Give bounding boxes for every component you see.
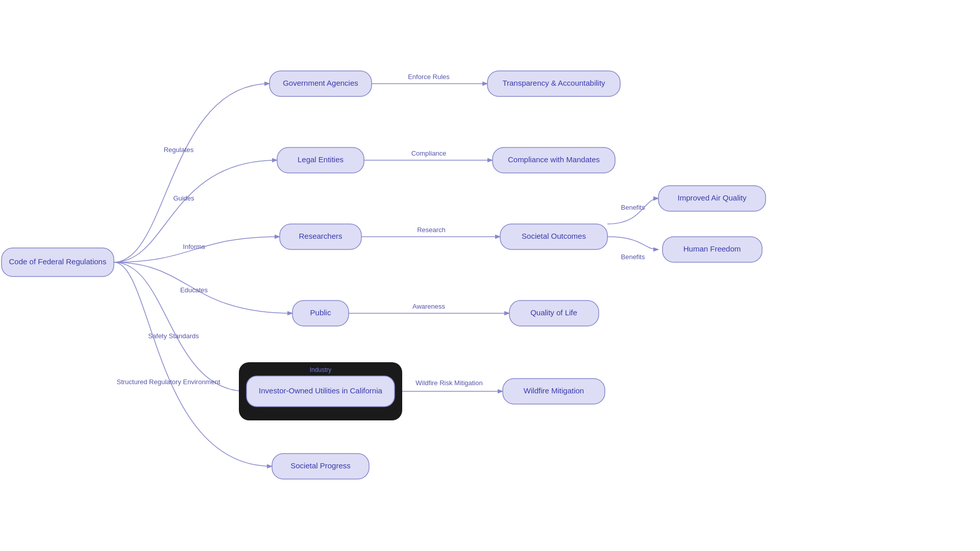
edge-label-educates: Educates: [180, 286, 208, 294]
edge-label-benefits-freedom: Benefits: [621, 253, 645, 261]
edge-label-awareness: Awareness: [412, 303, 446, 310]
edge-label-enforce: Enforce Rules: [408, 73, 450, 81]
edge-label-regulates: Regulates: [164, 146, 194, 154]
improved-air-node-label: Improved Air Quality: [677, 193, 747, 202]
edge-label-wildfire-risk: Wildfire Risk Mitigation: [415, 379, 482, 387]
edge-label-informs: Informs: [183, 243, 205, 251]
edge-label-research: Research: [417, 226, 446, 234]
transparency-node-label: Transparency & Accountability: [502, 79, 605, 87]
edge-root-iou: [114, 262, 247, 391]
mind-map-diagram: Regulates Guides Informs Educates Safety…: [0, 0, 980, 551]
public-node-label: Public: [310, 308, 331, 317]
quality-life-node-label: Quality of Life: [530, 308, 577, 317]
wildfire-node-label: Wildfire Mitigation: [524, 386, 584, 395]
edge-label-benefits-air: Benefits: [621, 204, 645, 211]
iou-industry-label: Industry: [310, 366, 332, 373]
legal-node-label: Legal Entities: [298, 155, 344, 164]
edge-label-safety: Safety Standards: [148, 332, 199, 340]
iou-node-label: Investor-Owned Utilities in California: [259, 386, 382, 395]
govt-node-label: Government Agencies: [283, 79, 358, 87]
societal-outcomes-node-label: Societal Outcomes: [522, 232, 586, 240]
root-node-label: Code of Federal Regulations: [9, 257, 107, 266]
edge-root-govt: [114, 84, 270, 262]
compliance-node-label: Compliance with Mandates: [508, 155, 600, 164]
edge-label-guides: Guides: [173, 194, 194, 202]
edge-label-compliance: Compliance: [411, 149, 447, 157]
researchers-node-label: Researchers: [299, 232, 342, 240]
human-freedom-node-label: Human Freedom: [683, 244, 741, 253]
edge-label-structured: Structured Regulatory Environment: [116, 378, 220, 386]
edge-societal-freedom: [607, 237, 658, 249]
societal-progress-node-label: Societal Progress: [290, 461, 351, 470]
